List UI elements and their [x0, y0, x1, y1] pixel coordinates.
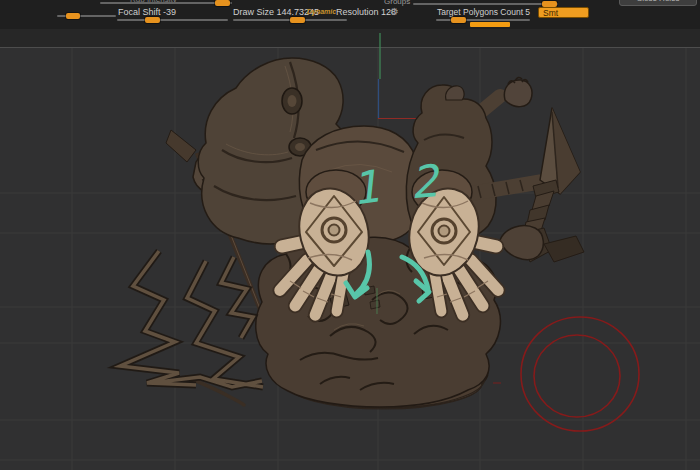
red-circle-inner	[534, 335, 620, 417]
bolt-outlines	[120, 251, 263, 387]
grip-hand	[500, 226, 543, 260]
right-palm-ring-center	[439, 226, 450, 237]
zbrush-window: Rgb Intensity Groups Close Holes Focal S…	[0, 0, 700, 470]
pommel-spike	[544, 236, 584, 262]
left-palm-ring-center	[329, 225, 340, 236]
sculpt-viewport[interactable]: 1 2	[0, 0, 700, 470]
embedded-fragment-2	[370, 300, 380, 309]
buckle-1-center	[288, 95, 297, 107]
red-sketch	[493, 317, 639, 431]
spear-head	[166, 130, 196, 162]
red-circle-outer	[521, 317, 639, 431]
lightning-bolts	[120, 251, 263, 387]
buckle-2-center	[295, 143, 305, 151]
sculpture[interactable]	[120, 33, 584, 407]
